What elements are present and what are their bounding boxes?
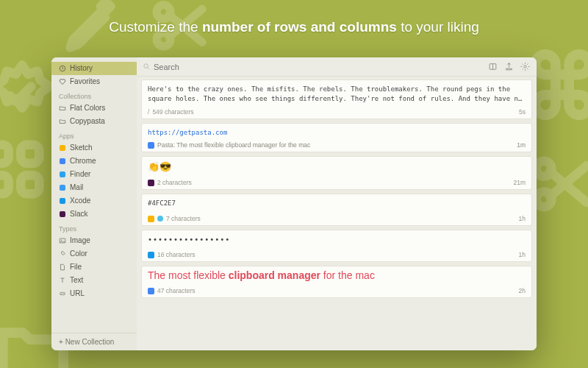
clip-char-count: 7 characters — [166, 215, 201, 222]
clip-card[interactable]: https://getpasta.comPasta: The most flex… — [141, 123, 532, 152]
clip-time: 2h — [519, 287, 526, 294]
sidebar-item-mail[interactable]: Mail — [51, 181, 137, 194]
sidebar-header: Types — [51, 221, 137, 234]
clip-card[interactable]: 👏😎2 characters21m — [141, 156, 532, 190]
clip-subtitle: Pasta: The most flexible clipboard manag… — [148, 141, 526, 149]
clip-content: Here's to the crazy ones. The misfits. T… — [148, 85, 526, 102]
svg-rect-7 — [21, 175, 39, 194]
sidebar-item-label: Image — [70, 236, 90, 246]
sidebar-item-history[interactable]: History — [51, 62, 137, 75]
svg-rect-5 — [21, 145, 39, 163]
clip-char-count: 16 characters — [157, 251, 196, 258]
sidebar-item-sketch[interactable]: Sketch — [51, 141, 137, 155]
settings-button[interactable] — [519, 61, 531, 73]
new-collection-label: New Collection — [65, 338, 115, 346]
clip-card[interactable]: Here's to the crazy ones. The misfits. T… — [141, 79, 532, 119]
search-input[interactable] — [154, 63, 482, 71]
sidebar-item-label: History — [70, 63, 93, 74]
clip-time: 1h — [519, 251, 526, 258]
app-slack — [59, 210, 66, 218]
app-chrome — [59, 158, 66, 165]
svg-point-11 — [144, 64, 148, 68]
app-xcode — [59, 197, 66, 205]
sidebar-item-flat-colors[interactable]: Flat Colors — [51, 102, 137, 115]
sidebar-item-label: URL — [70, 289, 85, 299]
heart-icon — [59, 78, 66, 85]
clip-content: •••••••••••••••• — [148, 235, 526, 245]
export-button[interactable] — [503, 61, 514, 73]
sidebar-item-label: Color — [70, 249, 87, 259]
tagline: Customize the number of rows and columns… — [0, 19, 588, 35]
clip-content: The most flexible clipboard manager for … — [148, 271, 526, 281]
clip-meta: 47 characters2h — [148, 284, 526, 294]
sidebar-header: Apps — [51, 128, 137, 141]
app-window: HistoryFavoritesCollectionsFlat ColorsCo… — [51, 57, 537, 350]
clock-icon — [59, 65, 66, 72]
search-icon — [143, 63, 151, 71]
clip-meta: 16 characters1h — [148, 248, 526, 258]
sidebar-item-color[interactable]: Color — [51, 247, 137, 261]
sidebar-item-label: Copypasta — [70, 116, 105, 127]
sidebar-item-label: Mail — [70, 183, 83, 193]
sidebar-item-xcode[interactable]: Xcode — [51, 194, 137, 208]
app-mail — [59, 184, 66, 191]
svg-point-10 — [61, 240, 62, 241]
sidebar: HistoryFavoritesCollectionsFlat ColorsCo… — [51, 57, 137, 350]
grid-doodle — [0, 132, 51, 206]
clip-char-count: 549 characters — [152, 108, 193, 116]
sidebar-item-label: Favorites — [70, 77, 100, 87]
clip-content: #4FC2E7 — [148, 199, 526, 209]
sidebar-item-url[interactable]: URL — [51, 287, 137, 300]
clip-card[interactable]: The most flexible clipboard manager for … — [141, 266, 532, 298]
clip-content: 👏😎 — [148, 161, 526, 173]
new-collection-button[interactable]: + New Collection — [51, 333, 137, 350]
clip-char-count: 2 characters — [157, 179, 192, 186]
sidebar-item-copypasta[interactable]: Copypasta — [51, 115, 137, 128]
app-finder — [59, 171, 66, 178]
clip-meta: /549 characters5s — [148, 105, 526, 116]
app-icon — [148, 216, 154, 222]
clip-time: 1h — [519, 215, 526, 222]
sidebar-item-favorites[interactable]: Favorites — [51, 75, 137, 88]
image-icon — [59, 237, 66, 244]
sidebar-item-label: Sketch — [70, 143, 93, 153]
folder-icon — [59, 118, 66, 125]
type-glyph: / — [148, 108, 149, 116]
sidebar-item-label: Chrome — [70, 156, 96, 166]
file-icon — [59, 263, 66, 271]
sidebar-item-finder[interactable]: Finder — [51, 168, 137, 181]
text-icon — [59, 277, 66, 284]
app-sketch — [59, 144, 66, 152]
clip-card[interactable]: ••••••••••••••••16 characters1h — [141, 230, 532, 262]
sidebar-item-label: Slack — [70, 209, 87, 219]
clip-char-count: 47 characters — [157, 287, 196, 294]
clip-card[interactable]: #4FC2E77 characters1h — [141, 194, 532, 226]
main-panel: Here's to the crazy ones. The misfits. T… — [137, 57, 537, 350]
color-icon — [59, 250, 66, 258]
svg-point-13 — [523, 66, 526, 68]
layout-button[interactable] — [487, 61, 498, 73]
url-icon — [59, 290, 66, 297]
sidebar-item-label: Xcode — [70, 196, 90, 206]
clip-list: Here's to the crazy ones. The misfits. T… — [137, 77, 537, 350]
svg-rect-6 — [0, 175, 9, 194]
sidebar-header: Collections — [51, 88, 137, 102]
app-icon — [148, 180, 154, 186]
app-icon — [148, 252, 154, 258]
sidebar-item-chrome[interactable]: Chrome — [51, 155, 137, 168]
sidebar-item-label: Flat Colors — [70, 103, 105, 113]
folder-icon — [59, 105, 66, 112]
clip-time: 5s — [519, 108, 526, 116]
clip-time: 1m — [517, 141, 526, 149]
svg-rect-4 — [0, 145, 9, 163]
plus-icon: + — [59, 338, 63, 346]
sidebar-item-text[interactable]: Text — [51, 274, 137, 287]
sidebar-item-image[interactable]: Image — [51, 234, 137, 247]
app-icon — [148, 288, 154, 294]
clip-time: 21m — [513, 179, 526, 186]
sidebar-item-file[interactable]: File — [51, 261, 137, 274]
sidebar-item-slack[interactable]: Slack — [51, 208, 137, 221]
app-icon — [148, 142, 154, 149]
color-swatch — [157, 216, 163, 222]
search-field[interactable] — [143, 63, 482, 71]
